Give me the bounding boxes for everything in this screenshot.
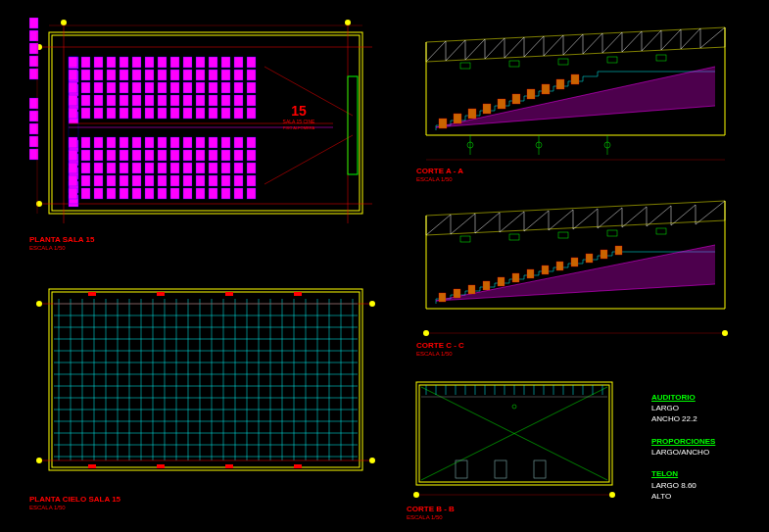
svg-line-120 — [622, 31, 642, 52]
svg-rect-21 — [29, 18, 38, 28]
svg-line-113 — [485, 38, 505, 59]
svg-rect-150 — [607, 57, 617, 63]
svg-line-174 — [622, 207, 647, 227]
spec-telon-head: TELON — [651, 468, 715, 479]
svg-rect-137 — [527, 89, 535, 99]
svg-line-34 — [264, 135, 353, 184]
section-a-title: CORTE A - A — [416, 167, 463, 175]
svg-line-115 — [524, 36, 544, 57]
svg-rect-197 — [460, 236, 470, 242]
svg-rect-81 — [157, 292, 165, 296]
svg-point-235 — [512, 405, 516, 409]
svg-rect-149 — [558, 59, 568, 65]
svg-rect-80 — [88, 292, 96, 296]
svg-rect-83 — [294, 292, 302, 296]
svg-rect-192 — [556, 262, 563, 270]
section-a — [411, 18, 745, 165]
svg-rect-35 — [348, 76, 358, 174]
svg-line-114 — [505, 37, 524, 58]
svg-point-93 — [369, 458, 375, 463]
ceiling-plan-title: PLANTA CIELO SALA 15 — [29, 495, 120, 504]
svg-rect-188 — [498, 277, 505, 286]
svg-rect-86 — [225, 464, 233, 468]
svg-rect-229 — [456, 460, 467, 478]
svg-rect-82 — [225, 292, 233, 296]
svg-rect-148 — [509, 61, 519, 67]
svg-rect-87 — [294, 464, 302, 468]
svg-rect-27 — [29, 111, 38, 121]
svg-rect-147 — [460, 63, 470, 69]
svg-line-116 — [544, 35, 563, 56]
svg-line-119 — [602, 32, 622, 53]
svg-line-122 — [661, 29, 681, 50]
svg-line-171 — [549, 210, 573, 230]
svg-point-237 — [413, 492, 419, 498]
svg-rect-23 — [29, 43, 38, 54]
spec-telon-largo: LARGO 8.60 — [651, 480, 715, 491]
spec-prop-head: PROPORCIONES — [651, 436, 715, 447]
svg-rect-198 — [509, 234, 519, 240]
svg-point-90 — [36, 301, 42, 307]
svg-rect-151 — [656, 55, 666, 61]
svg-rect-29 — [29, 136, 38, 147]
svg-rect-135 — [498, 99, 505, 109]
ceiling-plan — [29, 274, 382, 490]
room-label: SALA 15 CINE — [283, 119, 315, 124]
spec-prop-line: LARGO/ANCHO — [651, 447, 715, 458]
svg-rect-39 — [52, 292, 360, 467]
svg-rect-187 — [483, 281, 490, 290]
svg-line-173 — [598, 208, 622, 228]
svg-rect-25 — [29, 69, 38, 79]
floor-plan-title: PLANTA SALA 15 — [29, 235, 94, 244]
svg-rect-38 — [49, 289, 362, 470]
svg-rect-234 — [534, 460, 546, 478]
svg-point-91 — [36, 458, 42, 463]
section-c — [411, 191, 745, 338]
room-sublabel: PISO ALFOMBRA — [283, 125, 315, 130]
section-c-scale: ESCALA 1/50 — [416, 351, 453, 357]
spec-block: AUDITORIO LARGO ANCHO 22.2 PROPORCIONES … — [651, 392, 715, 502]
svg-rect-233 — [495, 460, 506, 478]
section-b-title: CORTE B - B — [407, 505, 455, 513]
svg-rect-195 — [601, 250, 607, 259]
floor-plan: 15 SALA 15 CINE PISO ALFOMBRA — [29, 18, 382, 233]
svg-point-203 — [423, 330, 429, 336]
svg-rect-193 — [571, 258, 578, 266]
svg-rect-85 — [157, 464, 165, 468]
svg-rect-140 — [571, 74, 579, 84]
section-a-scale: ESCALA 1/50 — [416, 176, 453, 182]
section-b — [402, 367, 627, 505]
svg-line-166 — [426, 215, 451, 235]
svg-rect-136 — [512, 94, 520, 104]
svg-rect-186 — [468, 285, 475, 294]
svg-rect-24 — [29, 56, 38, 67]
svg-line-111 — [446, 40, 465, 61]
room-number: 15 — [291, 103, 307, 119]
svg-line-117 — [563, 34, 583, 55]
svg-rect-190 — [527, 269, 534, 278]
svg-line-110 — [426, 41, 446, 62]
section-c-title: CORTE C - C — [416, 341, 464, 350]
svg-point-6 — [61, 20, 67, 25]
svg-rect-199 — [558, 232, 568, 238]
svg-line-170 — [524, 211, 549, 231]
svg-rect-138 — [542, 84, 550, 94]
svg-rect-232 — [456, 460, 467, 478]
spec-telon-alto: ALTO — [651, 491, 715, 502]
svg-point-92 — [369, 301, 375, 307]
svg-rect-139 — [556, 79, 564, 89]
svg-rect-231 — [534, 460, 546, 478]
svg-rect-196 — [615, 246, 622, 255]
svg-rect-200 — [607, 230, 617, 236]
svg-line-172 — [573, 209, 598, 229]
svg-rect-26 — [29, 98, 38, 109]
svg-line-118 — [583, 33, 602, 54]
svg-rect-30 — [29, 149, 38, 160]
svg-line-123 — [681, 28, 700, 49]
spec-line-largo: LARGO — [651, 403, 715, 413]
svg-rect-134 — [483, 104, 491, 114]
svg-rect-194 — [586, 254, 593, 263]
ceiling-plan-scale: ESCALA 1/50 — [29, 505, 66, 510]
spec-line-ancho: ANCHO 22.2 — [651, 413, 715, 424]
svg-point-7 — [345, 20, 351, 25]
